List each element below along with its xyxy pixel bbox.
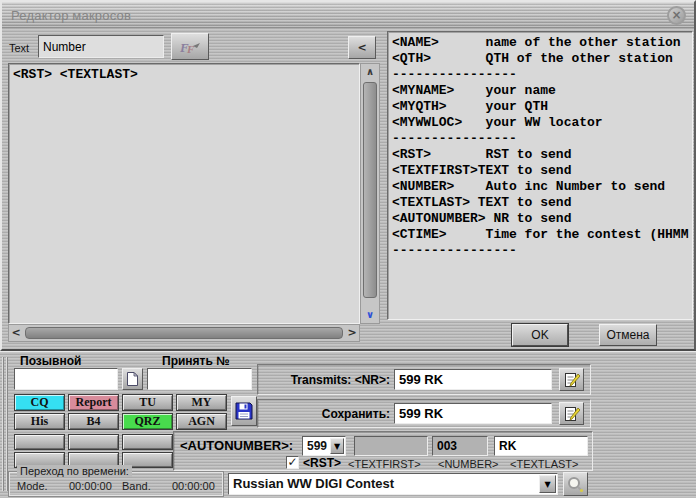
scroll-down-icon[interactable]: ∨ — [361, 309, 379, 321]
callsign-input[interactable] — [14, 368, 118, 390]
textlast-input[interactable] — [494, 436, 588, 456]
blank-macro-button[interactable] — [122, 434, 173, 450]
floppy-disk-icon — [235, 402, 253, 420]
ok-button[interactable]: OK — [512, 324, 568, 346]
blank-macro-button[interactable] — [68, 434, 119, 450]
number-input[interactable] — [432, 436, 488, 456]
vertical-scrollbar[interactable]: ∧ ∨ — [360, 63, 380, 324]
scroll-right-icon[interactable]: > — [345, 325, 359, 341]
transmits-group: Transmits: <NR>: — [257, 364, 591, 395]
edit-macro-icon — [564, 406, 580, 422]
textlast-label: <TEXTLAST> — [510, 458, 578, 470]
textfirst-label: <TEXTFIRST> — [348, 458, 421, 470]
blank-macro-button[interactable] — [14, 434, 65, 450]
macro-button-cq[interactable]: CQ — [14, 394, 65, 411]
macro-button-his[interactable]: His — [14, 413, 65, 430]
scroll-left-icon[interactable]: < — [9, 325, 23, 341]
text-label: Text — [9, 42, 29, 54]
save-label: Сохранить: — [260, 407, 390, 421]
callsign-label: Позывной — [20, 354, 81, 368]
macro-help-text: <NAME> name of the other station <QTH> Q… — [388, 32, 692, 262]
mode-timer-value: 00:00:00 — [69, 480, 112, 492]
chevron-down-icon[interactable]: ▼ — [539, 475, 556, 493]
save-input[interactable] — [394, 403, 552, 424]
macro-button-b4[interactable]: B4 — [68, 413, 119, 430]
font-button[interactable]: F F — [171, 33, 209, 60]
vertical-scrollbar-thumb[interactable] — [363, 82, 377, 298]
cancel-button[interactable]: Отмена — [599, 324, 657, 346]
rst-checkbox[interactable]: ✓ — [286, 456, 299, 469]
transmits-label: Transmits: <NR>: — [260, 373, 390, 387]
close-button[interactable]: × — [667, 6, 686, 25]
application-window: Редактор макросов × Text F F < <RST> <TE… — [0, 0, 696, 498]
macro-button-report[interactable]: Report — [68, 394, 119, 411]
mode-label: Mode. — [17, 480, 48, 492]
new-entry-button[interactable] — [122, 368, 143, 390]
macro-button-my[interactable]: MY — [176, 394, 227, 411]
close-icon: × — [671, 8, 681, 22]
macro-button-tu[interactable]: TU — [122, 394, 173, 411]
macro-button-qrz[interactable]: QRZ — [122, 413, 173, 430]
transmits-input[interactable] — [394, 369, 552, 390]
horizontal-scrollbar-thumb[interactable] — [25, 327, 343, 339]
save-macros-button[interactable] — [231, 396, 257, 426]
macro-text: <RST> <TEXTLAST> — [9, 64, 359, 86]
dialog-titlebar[interactable]: Редактор макросов × — [2, 2, 694, 28]
contest-panel: Позывной Принять № Transmits: <NR>: — [0, 351, 696, 498]
font-icon: F F — [178, 38, 202, 56]
macro-help-panel: <NAME> name of the other station <QTH> Q… — [387, 31, 693, 320]
macro-name-input[interactable] — [38, 35, 164, 58]
horizontal-scrollbar[interactable]: < > — [8, 324, 360, 342]
macro-text-area[interactable]: <RST> <TEXTLAST> — [8, 63, 360, 324]
timer-group-label: Переход по времени: — [17, 465, 132, 477]
band-label: Band. — [122, 480, 151, 492]
edit-macro-icon — [564, 372, 580, 388]
autonumber-value: 599 — [307, 439, 327, 453]
autonumber-dropdown[interactable]: 599 ▼ — [302, 436, 346, 456]
contest-search-button[interactable] — [563, 472, 588, 496]
edit-transmits-button[interactable] — [559, 368, 584, 391]
timer-group: Переход по времени: Mode. 00:00:00 Band.… — [8, 471, 224, 497]
save-group: Сохранить: — [257, 399, 591, 428]
received-label: Принять № — [162, 354, 230, 368]
textfirst-input[interactable] — [354, 436, 428, 456]
chevron-down-icon[interactable]: ▼ — [330, 438, 344, 454]
autonumber-group: <AUTONUMBER>: 599 ▼ ✓ <RST> <TEXTFIRST> … — [173, 431, 593, 471]
contest-select-value: Russian WW DIGI Contest — [233, 476, 394, 491]
dialog-title: Редактор макросов — [11, 8, 131, 23]
macro-editor-dialog: Редактор макросов × Text F F < <RST> <TE… — [0, 0, 696, 351]
macro-button-agn[interactable]: AGN — [176, 413, 227, 430]
received-number-input[interactable] — [147, 368, 252, 390]
check-icon: ✓ — [287, 455, 297, 469]
search-icon — [567, 476, 584, 493]
contest-select[interactable]: Russian WW DIGI Contest ▼ — [228, 473, 558, 495]
edit-save-button[interactable] — [559, 402, 584, 425]
insert-macro-button[interactable]: < — [348, 36, 376, 59]
band-timer-value: 00:00:00 — [172, 480, 215, 492]
scroll-up-icon[interactable]: ∧ — [361, 66, 379, 78]
rst-checkbox-label: <RST> — [303, 456, 341, 470]
svg-text:F: F — [186, 43, 195, 55]
new-document-icon — [126, 371, 139, 387]
number-label: <NUMBER> — [438, 458, 499, 470]
autonumber-label: <AUTONUMBER>: — [180, 438, 293, 453]
